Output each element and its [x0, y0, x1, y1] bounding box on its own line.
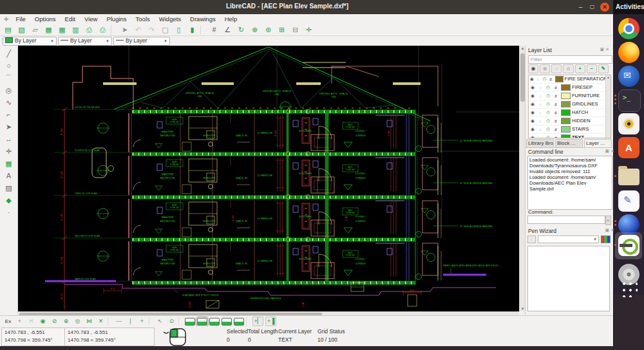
layer-color-swatch[interactable] [561, 84, 571, 91]
layer-list-scrollbar[interactable]: ▲ [605, 75, 611, 138]
draft-mode-icon[interactable]: ∠ [222, 25, 233, 35]
layer-construction-icon[interactable]: # [552, 119, 560, 124]
view-4-icon[interactable] [222, 318, 232, 326]
restrict-vertical-icon[interactable]: | [126, 317, 135, 326]
layer-construction-icon[interactable]: # [552, 102, 560, 107]
snap-grid-icon[interactable]: ⁙ [26, 317, 36, 326]
unlock-all-layers-icon[interactable]: ⌂ [551, 64, 562, 73]
panel-tab[interactable]: Block ... [555, 139, 583, 147]
menu-item[interactable]: Tools [131, 15, 155, 23]
layer-construction-icon[interactable]: # [552, 86, 560, 90]
spline-tool-icon[interactable]: ∿ [3, 97, 15, 109]
chrome-icon[interactable] [618, 18, 639, 39]
show-all-layers-icon[interactable]: ◉ [528, 64, 538, 73]
layer-construction-icon[interactable]: # [552, 111, 560, 115]
menu-item[interactable]: View [80, 15, 102, 23]
zoom-auto-icon[interactable]: ⊛ [263, 25, 274, 35]
menu-item[interactable]: File [12, 15, 30, 23]
layer-lock-icon[interactable]: ⌂ [535, 77, 542, 82]
color-combo[interactable]: By Layer▼ [3, 37, 57, 46]
exclusive-snap-toggle[interactable]: Ex [3, 317, 13, 326]
ubuntu-software-icon[interactable] [618, 137, 639, 158]
layer-row[interactable]: ◉ ⌂ ⎙ # STAIRS [529, 125, 611, 134]
scrollbar-thumb[interactable] [520, 53, 525, 102]
select-window-icon[interactable]: ▢ [160, 25, 171, 35]
titlebar[interactable]: LibreCAD - [AEC Plan Elev Sample.dxf*] –… [0, 0, 613, 14]
polyline-tool-icon[interactable]: ⌐ [3, 109, 15, 121]
snap-intersection-icon[interactable]: ✕ [96, 317, 106, 326]
layer-visible-icon[interactable]: ◉ [529, 102, 536, 107]
command-input[interactable] [527, 216, 605, 224]
layer-visible-icon[interactable]: ◉ [529, 127, 536, 132]
layer-name[interactable]: FURNITURE [572, 93, 600, 98]
dimension-tool-icon[interactable]: ↔ [3, 133, 15, 145]
files-icon[interactable] [618, 169, 639, 185]
panel-tab[interactable]: Layer ... [584, 139, 612, 147]
text-editor-icon[interactable] [618, 190, 639, 212]
toolbar-separator[interactable] [111, 25, 117, 35]
pen-wizard-menu-button[interactable]: ⁝ [527, 235, 536, 243]
set-relative-zero-icon[interactable]: ↖ [155, 317, 165, 326]
save-icon[interactable]: ▦ [43, 25, 54, 35]
layer-color-swatch[interactable] [561, 118, 571, 124]
firefox-icon[interactable] [618, 42, 639, 63]
zoom-previous-icon[interactable]: ⊟ [290, 25, 301, 35]
show-applications-icon[interactable] [620, 279, 638, 297]
command-input-button[interactable]: ▸ [605, 216, 611, 225]
layer-lock-icon[interactable]: ⌂ [536, 127, 544, 132]
restrict-horizontal-icon[interactable]: — [114, 317, 124, 326]
drawing-canvas[interactable]: VENTED ATTIC SPACE VSH VENTED ATTIC SPAC… [18, 46, 519, 311]
ellipse-tool-icon[interactable]: ◎ [3, 84, 15, 97]
undock-icon[interactable]: ▣ [600, 47, 606, 51]
layer-name[interactable]: STAIRS [572, 127, 589, 132]
snap-distance-icon[interactable]: ⋈ [84, 317, 94, 326]
block-tool-icon[interactable]: ◆ [3, 194, 15, 207]
snapbar-separator[interactable] [108, 317, 112, 326]
undock-icon[interactable]: ▣ [605, 228, 611, 232]
circle-tool-icon[interactable]: ○ [3, 60, 15, 72]
layer-visible-icon[interactable]: ◉ [529, 93, 536, 98]
layer-lock-icon[interactable]: ⌂ [536, 111, 544, 115]
layer-name[interactable]: FIRESEP [572, 85, 592, 90]
layer-color-swatch[interactable] [561, 109, 571, 116]
menu-item[interactable]: Drawings [185, 15, 220, 23]
linewidth-combo[interactable]: By Layer▼ [58, 37, 112, 46]
grid-icon[interactable]: # [209, 25, 220, 35]
new-file-icon[interactable]: ▤ [3, 25, 14, 35]
zoom-window-icon[interactable]: ⊞ [276, 25, 287, 35]
layer-name[interactable]: FIRE SEPARATIONS [565, 77, 611, 82]
layer-print-icon[interactable]: ⎙ [544, 110, 552, 115]
restrict-orthogonal-icon[interactable]: + [137, 317, 147, 326]
layer-construction-icon[interactable]: # [552, 94, 560, 98]
layer-row[interactable]: ◉ ⌂ ⎙ # FIRE SEPARATIONS [529, 75, 611, 84]
redo-icon[interactable]: ↷ [146, 25, 157, 35]
print-preview-icon[interactable]: ⎙ [97, 25, 108, 35]
layer-row[interactable]: ◉ ⌂ ⎙ # GRIDLINES [529, 100, 611, 109]
right-sidebar-toggle-icon[interactable]: +▐ [265, 317, 276, 326]
lock-relative-zero-icon[interactable]: ⊙ [167, 317, 176, 326]
close-button[interactable]: ✕ [600, 3, 609, 12]
view-3-icon[interactable] [209, 318, 220, 326]
layer-name[interactable]: HATCH [572, 110, 588, 115]
zoom-in-icon[interactable]: ⊕ [249, 25, 260, 35]
menu-item[interactable]: Options [30, 15, 61, 23]
snap-middle-icon[interactable]: ◎ [73, 317, 82, 326]
layer-name[interactable]: GRIDLINES [572, 102, 598, 107]
linetype-combo[interactable]: By Layer▼ [113, 37, 170, 46]
snapbar-separator[interactable] [149, 317, 153, 326]
hatch-tool-icon[interactable]: ▨ [3, 182, 15, 194]
lock-all-layers-icon[interactable]: ⌂ [563, 64, 573, 73]
layer-print-icon[interactable]: ⎙ [544, 127, 552, 132]
pointer-icon[interactable]: ➤ [119, 25, 130, 35]
layer-print-icon[interactable]: ⎙ [544, 85, 552, 90]
save-all-icon[interactable]: ▥ [70, 25, 81, 35]
layer-color-swatch[interactable] [561, 101, 571, 107]
menu-item[interactable]: Plugins [102, 15, 131, 23]
select-tool-icon[interactable]: ➤ [3, 121, 15, 133]
panel-tab[interactable]: Library Bro... [526, 139, 554, 147]
zoom-pan-icon[interactable]: ✛ [303, 25, 314, 35]
save-as-icon[interactable]: ▦ [57, 25, 68, 35]
insert-image-icon[interactable]: ▦ [3, 158, 15, 170]
pen-wizard-color-button[interactable] [601, 235, 611, 243]
layer-lock-icon[interactable]: ⌂ [536, 102, 544, 107]
